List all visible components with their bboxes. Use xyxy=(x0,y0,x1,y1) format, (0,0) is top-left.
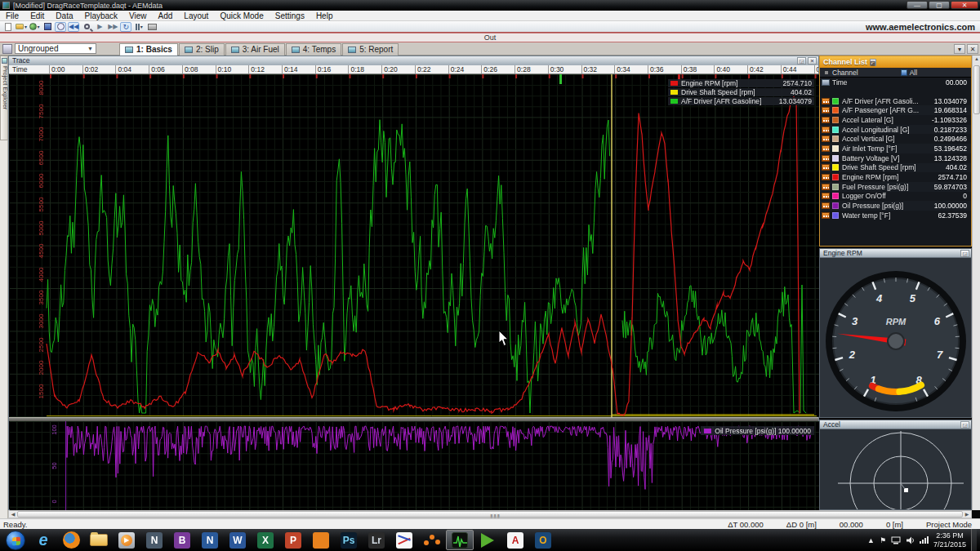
engine-rpm-popout-button[interactable]: ◲ xyxy=(960,250,969,257)
out-dock[interactable]: Out xyxy=(0,33,980,42)
scroll-up-arrow[interactable]: ▲ xyxy=(973,56,980,62)
tab-close-button[interactable]: ✕ xyxy=(967,44,978,54)
media-player[interactable]: ▶ xyxy=(113,530,140,550)
channel-row[interactable]: Logger On/Off0 xyxy=(820,192,971,202)
tab-overflow-button[interactable]: ▾ xyxy=(954,44,965,54)
scatter-app[interactable] xyxy=(418,530,446,550)
accel-popout-button[interactable]: ◲ xyxy=(960,421,969,429)
accel-title-bar[interactable]: Accel ◲ xyxy=(820,420,971,429)
minimize-button[interactable]: — xyxy=(906,1,928,9)
channel-row[interactable]: Accel Longitudinal [G]0.2187233 xyxy=(820,125,971,135)
maximize-button[interactable]: ▢ xyxy=(929,1,950,9)
print-button[interactable] xyxy=(146,22,158,32)
onenote[interactable]: N xyxy=(196,530,224,550)
lightroom[interactable]: Lr xyxy=(363,530,390,550)
horizontal-scrollbar[interactable]: ◀ ▮▮▮ ▶ xyxy=(8,510,972,518)
zoom-button[interactable] xyxy=(81,22,92,32)
tab-3-air-fuel[interactable]: 3: Air Fuel xyxy=(225,43,285,56)
fast-forward-button[interactable]: ▶▶ xyxy=(107,22,118,32)
channel-row[interactable]: Engine RPM [rpm]2574.710 xyxy=(820,172,971,182)
open-button[interactable]: ▾ xyxy=(16,22,27,32)
group-selector[interactable]: Ungrouped ▼ xyxy=(15,43,96,54)
channel-row[interactable]: Drive Shaft Speed [rpm]404.02 xyxy=(820,163,971,173)
close-button[interactable]: ✕ xyxy=(951,1,978,9)
channel-row[interactable]: Water temp [°F]62.37539 xyxy=(820,211,971,220)
tab-2-slip[interactable]: 2: Slip xyxy=(179,43,225,56)
time-ruler[interactable]: Time 0:000:020:040:060:080:100:120:140:1… xyxy=(9,65,818,74)
scroll-left-arrow[interactable]: ◀ xyxy=(9,511,17,518)
volume-icon[interactable] xyxy=(906,536,915,544)
rewind-button[interactable]: ◀◀ xyxy=(68,22,79,32)
channel-list-title-bar[interactable]: Channel List ◲ xyxy=(820,56,971,68)
menu-file[interactable]: File xyxy=(0,11,24,21)
outlook[interactable]: O xyxy=(529,530,557,550)
internet-explorer[interactable]: e xyxy=(29,530,57,550)
oil-pressure-plot-area[interactable]: Oil Pressure [psi(g)] 100.00000 100500 xyxy=(10,421,819,511)
import-button[interactable]: ▾ xyxy=(29,22,40,32)
channel-row[interactable]: Fuel Pressure [psi(g)]59.874703 xyxy=(820,182,971,192)
website-link[interactable]: www.aemelectronics.com xyxy=(866,22,975,32)
start-button[interactable] xyxy=(2,530,29,550)
time-tick: 0:10 xyxy=(216,65,232,74)
channel-row[interactable]: Time00.000 xyxy=(820,78,971,87)
menu-view[interactable]: View xyxy=(123,11,153,21)
menu-settings[interactable]: Settings xyxy=(270,11,310,21)
menu-add[interactable]: Add xyxy=(153,11,179,21)
trace-close-button[interactable]: ✕ xyxy=(808,57,817,64)
tray-expand-icon[interactable]: ▲ xyxy=(867,536,875,544)
channel-row[interactable]: Accel Vertical [G]0.2499466 xyxy=(820,134,971,144)
menu-quick-mode[interactable]: Quick Mode xyxy=(214,11,269,21)
menu-layout[interactable]: Layout xyxy=(178,11,214,21)
tab-4-temps[interactable]: 4: Temps xyxy=(286,43,341,56)
play-app[interactable] xyxy=(474,530,501,550)
show-desktop-button[interactable] xyxy=(971,529,977,551)
photoshop[interactable]: Ps xyxy=(335,530,363,550)
channel-row[interactable]: Battery Voltage [V]13.124328 xyxy=(820,153,971,163)
title-bar[interactable]: [Modified] DragRaceTemplate.daqt - AEMda… xyxy=(0,0,980,11)
menu-data[interactable]: Data xyxy=(50,11,78,21)
signal-strength-icon[interactable] xyxy=(920,536,929,544)
app-b[interactable]: B xyxy=(168,530,196,550)
channel-row[interactable]: Oil Pressure [psi(g)]100.00000 xyxy=(820,201,971,211)
channel-row[interactable]: A/F Passenger [AFR G...19.668314 xyxy=(820,105,971,115)
acrobat[interactable]: A xyxy=(501,530,529,550)
aemdata[interactable] xyxy=(446,530,474,550)
trace-popout-button[interactable]: ◲ xyxy=(797,57,806,64)
trace-title-bar[interactable]: Trace ◲ ✕ xyxy=(9,56,818,65)
trace-plot-area[interactable]: Engine RPM [rpm]2574.710Drive Shaft Spee… xyxy=(10,74,819,417)
vertical-scrollbar-thumb[interactable] xyxy=(973,65,980,114)
new-file-button[interactable] xyxy=(2,22,14,32)
taskbar-clock[interactable]: 2:36 PM 7/21/2015 xyxy=(933,531,966,549)
channel-row[interactable]: Air Inlet Temp [°F]53.196452 xyxy=(820,144,971,153)
network-icon[interactable] xyxy=(891,536,901,544)
menu-help[interactable]: Help xyxy=(310,11,339,21)
project-explorer-tab[interactable]: Project Explorer xyxy=(0,56,8,140)
menu-edit[interactable]: Edit xyxy=(24,11,50,21)
excel[interactable]: X xyxy=(252,530,279,550)
pause-button[interactable]: ▾ xyxy=(133,22,145,32)
scrollbar-thumb[interactable]: ▮▮▮ xyxy=(17,511,963,518)
windows-explorer[interactable] xyxy=(85,530,113,550)
app-n[interactable]: N xyxy=(140,530,168,550)
loop-button[interactable]: ↻ xyxy=(120,22,131,32)
play-button[interactable]: ▶ xyxy=(94,22,105,32)
scroll-right-arrow[interactable]: ▶ xyxy=(963,511,971,518)
tab-5-report[interactable]: 5: Report xyxy=(342,43,399,56)
channel-row[interactable]: Accel Lateral [G]-1.1093326 xyxy=(820,115,971,125)
office-app[interactable] xyxy=(307,530,335,550)
channel-list-header[interactable]: Channel All xyxy=(820,68,971,78)
gauge-number: 4 xyxy=(875,292,883,304)
firefox[interactable] xyxy=(57,530,85,550)
vertical-scrollbar[interactable]: ▲ xyxy=(972,56,980,510)
menu-playback[interactable]: Playback xyxy=(78,11,123,21)
action-center-flag-icon[interactable]: ⚑ xyxy=(880,536,886,544)
channel-row[interactable]: A/F Driver [AFR Gasoli...13.034079 xyxy=(820,96,971,106)
channel-list-popout-button[interactable]: ◲ xyxy=(870,59,876,66)
tab-1-basics[interactable]: 1: Basics xyxy=(119,43,178,56)
engine-rpm-title-bar[interactable]: Engine RPM ◲ xyxy=(820,249,971,258)
save-button[interactable] xyxy=(42,22,53,32)
time-sync-button[interactable] xyxy=(55,22,66,32)
word[interactable]: W xyxy=(224,530,252,550)
powerpoint[interactable]: P xyxy=(279,530,307,550)
aem-chart[interactable] xyxy=(390,530,418,550)
